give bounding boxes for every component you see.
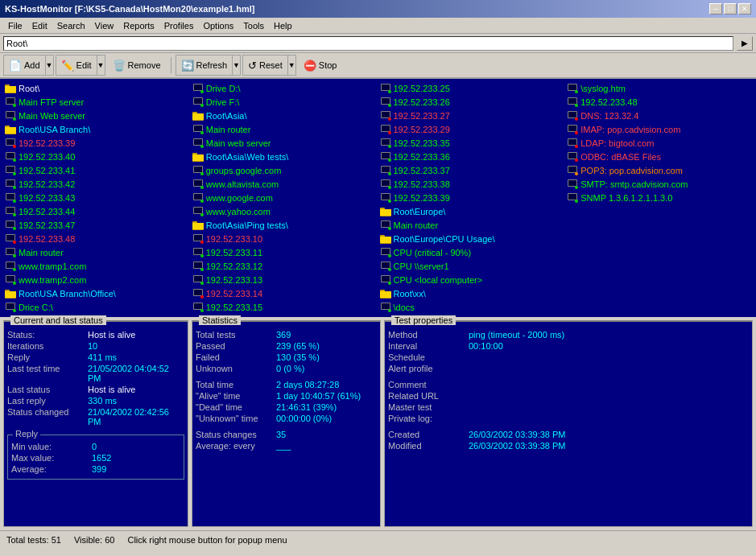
reset-dropdown[interactable]: ▼ — [287, 56, 295, 75]
list-item[interactable]: 192.52.233.44 — [3, 205, 191, 218]
reset-button[interactable]: ↺ Reset — [243, 56, 287, 75]
menu-profiles[interactable]: Profiles — [159, 19, 199, 32]
list-item[interactable]: LDAP: bigtool.com — [565, 137, 753, 150]
list-item[interactable]: 192.52.233.29 — [378, 123, 566, 136]
item-label: 192.52.233.11 — [206, 248, 262, 257]
list-item[interactable]: Main FTP server — [3, 96, 191, 109]
list-item[interactable]: Root\Asia\Ping tests\ — [191, 219, 378, 232]
list-item[interactable]: Main router — [3, 246, 191, 259]
list-item[interactable]: CPU (critical - 90%) — [378, 246, 566, 259]
list-item[interactable]: 192.52.233.48 — [565, 96, 753, 109]
edit-button[interactable]: ✏️ Edit — [56, 56, 97, 75]
list-item[interactable]: Root\Asia\ — [191, 109, 378, 122]
list-item[interactable]: Root\Europe\CPU Usage\ — [378, 233, 566, 245]
list-item[interactable]: www.yahoo.com — [191, 205, 378, 218]
list-item[interactable]: 192.52.233.43 — [3, 192, 191, 204]
svg-rect-169 — [568, 153, 576, 159]
list-item[interactable]: 192.52.233.39 — [3, 137, 191, 150]
list-item[interactable]: Root\Asia\Web tests\ — [191, 150, 378, 163]
list-item[interactable]: IMAP: pop.cadvision.com — [565, 123, 753, 136]
edit-dropdown[interactable]: ▼ — [97, 56, 105, 75]
list-item[interactable]: ODBC: dBASE Files — [565, 150, 753, 163]
list-item[interactable]: Root\ — [3, 82, 191, 95]
list-item[interactable]: CPU \\server1 — [378, 260, 566, 273]
add-button[interactable]: 📄 Add — [4, 56, 45, 75]
list-item[interactable]: www.altavista.com — [191, 178, 378, 191]
svg-point-173 — [575, 172, 578, 175]
list-item[interactable]: www.tramp1.com — [3, 260, 191, 273]
list-item[interactable]: 192.52.233.39 — [378, 192, 566, 204]
reset-button-group: ↺ Reset ▼ — [242, 55, 296, 76]
list-item[interactable]: Main Web server — [3, 109, 191, 122]
list-item[interactable]: Main web server — [191, 137, 378, 150]
list-item[interactable]: 192.52.233.47 — [3, 219, 191, 232]
menu-reports[interactable]: Reports — [118, 19, 159, 32]
list-item[interactable]: SMTP: smtp.cadvision.com — [565, 178, 753, 191]
monitor-icon — [192, 288, 204, 299]
list-item[interactable]: Root\Europe\ — [378, 205, 566, 218]
refresh-dropdown[interactable]: ▼ — [232, 56, 240, 75]
list-item[interactable]: 192.52.233.15 — [191, 301, 378, 314]
svg-point-176 — [575, 186, 578, 189]
list-item[interactable]: groups.google.com — [191, 164, 378, 177]
list-item[interactable]: 192.52.233.38 — [378, 178, 566, 191]
menu-help[interactable]: Help — [269, 19, 297, 32]
statistics-title: Statistics — [199, 315, 241, 325]
list-item[interactable]: 192.52.233.12 — [191, 260, 378, 273]
list-item[interactable]: Main router — [378, 219, 566, 232]
list-item[interactable]: CPU <local computer> — [378, 274, 566, 286]
list-item[interactable]: 192.52.233.36 — [378, 150, 566, 163]
list-item[interactable]: Root\xx\ — [378, 287, 566, 300]
maximize-button[interactable]: □ — [724, 3, 737, 14]
list-item[interactable]: SNMP 1.3.6.1.2.1.1.3.0 — [565, 192, 753, 204]
list-item[interactable]: Drive F:\ — [191, 96, 378, 109]
list-item[interactable]: 192.52.233.27 — [378, 109, 566, 122]
list-item[interactable]: www.google.com — [191, 192, 378, 204]
refresh-button[interactable]: 🔄 Refresh — [176, 56, 233, 75]
list-item[interactable]: 192.52.233.41 — [3, 164, 191, 177]
list-item[interactable]: POP3: pop.cadvision.com — [565, 164, 753, 177]
monitor-icon — [380, 97, 391, 108]
item-label: www.altavista.com — [206, 179, 279, 189]
list-item[interactable]: 192.52.233.11 — [191, 246, 378, 259]
list-item[interactable]: Root\USA Branch\Office\ — [3, 287, 191, 300]
list-item[interactable]: 192.52.233.40 — [3, 150, 191, 163]
list-item[interactable]: 192.52.233.35 — [378, 137, 566, 150]
list-item[interactable]: 192.52.233.14 — [191, 287, 378, 300]
menu-options[interactable]: Options — [198, 19, 238, 32]
stop-button[interactable]: ⛔ Stop — [298, 56, 343, 75]
list-item[interactable]: \docs — [378, 301, 566, 314]
test-properties-panel: Test properties Method ping (timeout - 2… — [384, 320, 753, 527]
add-dropdown[interactable]: ▼ — [45, 56, 53, 75]
list-item[interactable]: Drive D:\ — [191, 82, 378, 95]
remove-button[interactable]: 🗑️ Remove — [107, 56, 167, 75]
menu-view[interactable]: View — [90, 19, 119, 32]
list-item[interactable]: 192.52.233.42 — [3, 178, 191, 191]
list-item[interactable]: \syslog.htm — [565, 82, 753, 95]
list-item[interactable]: 192.52.233.37 — [378, 164, 566, 177]
close-button[interactable]: ✕ — [738, 3, 751, 14]
list-item[interactable]: Drice C:\ — [3, 301, 191, 314]
address-go-icon[interactable]: ▶ — [737, 36, 753, 51]
list-item[interactable]: www.tramp2.com — [3, 274, 191, 286]
status-label: Status: — [7, 330, 88, 340]
comment-label: Comment — [388, 380, 469, 389]
menu-edit[interactable]: Edit — [27, 19, 52, 32]
minimize-button[interactable]: ─ — [709, 3, 722, 14]
list-item[interactable]: 192.52.233.25 — [378, 82, 566, 95]
menu-tools[interactable]: Tools — [238, 19, 269, 32]
svg-point-89 — [200, 254, 204, 257]
reply-label: Reply — [7, 352, 88, 362]
menu-file[interactable]: File — [3, 19, 27, 32]
item-label: 192.52.233.35 — [394, 138, 450, 148]
list-item[interactable]: 192.52.233.48 — [3, 233, 191, 245]
list-item[interactable]: Root\USA Branch\ — [3, 123, 191, 136]
address-input[interactable] — [3, 36, 733, 51]
list-item[interactable]: 192.52.233.10 — [191, 233, 378, 245]
monitor-icon — [567, 165, 578, 176]
list-item[interactable]: 192.52.233.13 — [191, 274, 378, 286]
list-item[interactable]: DNS: 123.32.4 — [565, 109, 753, 122]
list-item[interactable]: 192.52.233.26 — [378, 96, 566, 109]
menu-search[interactable]: Search — [52, 19, 90, 32]
list-item[interactable]: Main router — [191, 123, 378, 136]
